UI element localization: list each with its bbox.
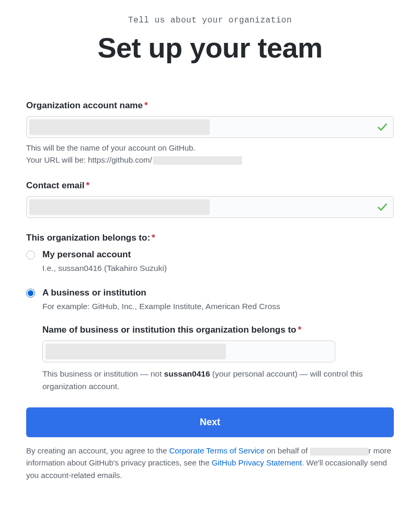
org-name-url-prefix: Your URL will be: https://github.com/ xyxy=(26,155,152,164)
privacy-statement-link[interactable]: GitHub Privacy Statement xyxy=(212,458,302,467)
business-name-label: Name of business or institution this org… xyxy=(42,325,394,335)
radio-icon xyxy=(26,289,35,298)
org-name-label-text: Organization account name xyxy=(26,100,143,110)
contact-email-label: Contact email* xyxy=(26,180,394,191)
business-name-input[interactable] xyxy=(42,340,335,362)
legal-part1: By creating an account, you agree to the xyxy=(26,446,169,455)
belongs-to-label: This organization belongs to:* xyxy=(26,233,394,243)
required-asterisk-icon: * xyxy=(298,325,301,335)
required-asterisk-icon: * xyxy=(144,100,148,110)
required-asterisk-icon: * xyxy=(152,233,155,243)
legal-text: By creating an account, you agree to the… xyxy=(26,445,394,481)
radio-personal-desc: I.e., sussan0416 (Takahiro Suzuki) xyxy=(42,262,394,274)
redacted-url xyxy=(153,156,242,165)
business-name-section: Name of business or institution this org… xyxy=(42,325,394,393)
page-title: Set up your team xyxy=(26,31,394,64)
legal-part2: on behalf of xyxy=(265,446,310,455)
redacted-entity xyxy=(310,448,369,456)
radio-business-desc: For example: GitHub, Inc., Example Insti… xyxy=(42,300,394,312)
org-name-hint-line2: Your URL will be: https://github.com/ xyxy=(26,154,394,166)
radio-icon xyxy=(26,251,35,259)
contact-email-input[interactable] xyxy=(26,196,394,218)
belongs-to-label-text: This organization belongs to: xyxy=(26,233,150,243)
belongs-to-radio-group: My personal account I.e., sussan0416 (Ta… xyxy=(26,248,394,393)
radio-business-institution[interactable]: A business or institution For example: G… xyxy=(26,287,394,312)
org-name-hint: This will be the name of your account on… xyxy=(26,142,394,166)
radio-business-title: A business or institution xyxy=(42,287,394,299)
check-icon xyxy=(377,202,388,212)
contact-email-label-text: Contact email xyxy=(26,180,84,190)
org-name-input[interactable] xyxy=(26,116,394,138)
corporate-tos-link[interactable]: Corporate Terms of Service xyxy=(169,446,265,455)
required-asterisk-icon: * xyxy=(86,180,89,190)
business-hint-username: sussan0416 xyxy=(164,369,210,378)
radio-personal-title: My personal account xyxy=(42,248,394,261)
org-name-label: Organization account name* xyxy=(26,100,394,111)
radio-content: A business or institution For example: G… xyxy=(42,287,394,312)
business-name-input-wrap xyxy=(42,340,335,362)
org-name-group: Organization account name* This will be … xyxy=(26,100,394,166)
radio-personal-account[interactable]: My personal account I.e., sussan0416 (Ta… xyxy=(26,248,394,274)
belongs-to-group: This organization belongs to:* My person… xyxy=(26,233,394,393)
business-name-hint: This business or institution — not sussa… xyxy=(42,368,394,393)
contact-email-input-wrap xyxy=(26,196,394,218)
radio-content: My personal account I.e., sussan0416 (Ta… xyxy=(42,248,394,274)
contact-email-group: Contact email* xyxy=(26,180,394,218)
org-name-hint-line1: This will be the name of your account on… xyxy=(26,142,394,154)
business-hint-prefix: This business or institution — not xyxy=(42,369,164,378)
kicker-text: Tell us about your organization xyxy=(26,16,394,25)
org-name-input-wrap xyxy=(26,116,394,138)
business-name-label-text: Name of business or institution this org… xyxy=(42,325,296,335)
check-icon xyxy=(377,122,388,132)
next-button[interactable]: Next xyxy=(26,407,394,437)
